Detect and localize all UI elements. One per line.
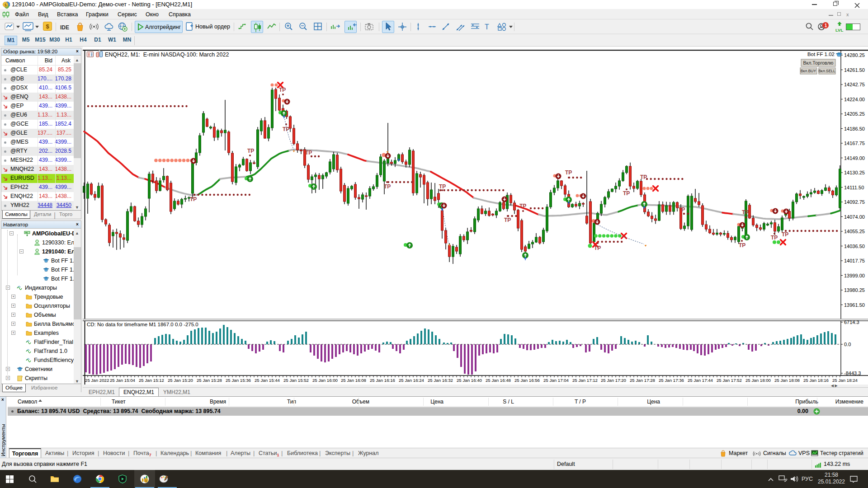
svg-text:TP: TP: [623, 190, 630, 197]
svg-text:25 Jan 18:08: 25 Jan 18:08: [774, 378, 800, 383]
svg-text:25 Jan 16:24: 25 Jan 16:24: [399, 378, 425, 383]
svg-text:25 Jan 18:24: 25 Jan 18:24: [832, 378, 858, 383]
svg-text:Вкл.Торговлю: Вкл.Торговлю: [803, 60, 834, 66]
svg-text:6714.3: 6714.3: [844, 319, 859, 325]
svg-text:TP: TP: [640, 174, 647, 180]
svg-text:25 Jan 2022: 25 Jan 2022: [85, 378, 109, 383]
svg-text:TP: TP: [742, 209, 749, 216]
svg-text:TP: TP: [305, 150, 312, 156]
svg-text:TP: TP: [678, 206, 685, 213]
svg-text:TP: TP: [594, 245, 601, 251]
svg-text:25 Jan 16:56: 25 Jan 16:56: [514, 378, 540, 383]
svg-text:Вкл.BUY: Вкл.BUY: [801, 69, 816, 73]
svg-text:14224.00: 14224.00: [844, 97, 865, 102]
svg-text:1: 1: [825, 23, 827, 28]
svg-text:14205.25: 14205.25: [844, 111, 865, 117]
svg-text:25 Jan 18:16: 25 Jan 18:16: [803, 378, 829, 383]
svg-text:14167.75: 14167.75: [844, 141, 865, 146]
svg-text:0.0: 0.0: [844, 342, 851, 347]
svg-text:25 Jan 15:44: 25 Jan 15:44: [255, 378, 280, 383]
svg-text:14036.50: 14036.50: [844, 244, 865, 249]
svg-text:25 Jan 16:16: 25 Jan 16:16: [370, 378, 395, 383]
svg-text:14092.75: 14092.75: [844, 199, 865, 205]
svg-text:25 Jan 17:28: 25 Jan 17:28: [630, 378, 655, 383]
svg-text:25 Jan 17:04: 25 Jan 17:04: [543, 378, 569, 383]
svg-text:25 Jan 17:52: 25 Jan 17:52: [717, 378, 742, 383]
svg-text:Bot FF 1.02: Bot FF 1.02: [807, 52, 835, 57]
svg-text:14074.00: 14074.00: [844, 214, 865, 220]
svg-text:$: $: [5, 3, 7, 7]
svg-text:25 Jan 18:00: 25 Jan 18:00: [745, 378, 771, 383]
svg-text:25 Jan 15:04: 25 Jan 15:04: [110, 378, 136, 383]
svg-text:-8443.3: -8443.3: [844, 371, 861, 376]
svg-text:14017.75: 14017.75: [844, 258, 865, 263]
svg-text:TP: TP: [782, 231, 788, 238]
svg-text:LVL: LVL: [835, 28, 843, 33]
svg-text:25 Jan 16:00: 25 Jan 16:00: [312, 378, 338, 383]
svg-text:25 Jan 17:12: 25 Jan 17:12: [572, 378, 598, 383]
svg-text:14055.25: 14055.25: [844, 229, 865, 234]
svg-text:TP: TP: [504, 217, 511, 223]
svg-text:TP: TP: [190, 196, 197, 202]
svg-text:25 Jan 17:44: 25 Jan 17:44: [688, 378, 713, 383]
svg-text:13999.00: 13999.00: [844, 273, 865, 278]
svg-text:TP: TP: [439, 183, 446, 190]
svg-text:25 Jan 16:48: 25 Jan 16:48: [486, 378, 511, 383]
svg-text:13961.50: 13961.50: [844, 302, 865, 308]
svg-text:14111.50: 14111.50: [844, 185, 864, 190]
svg-text:TP: TP: [384, 183, 391, 190]
svg-text:TP: TP: [771, 235, 778, 241]
svg-text:ENQH22, M1: E-mini NASDAQ-100: ENQH22, M1: E-mini NASDAQ-100: March 202…: [105, 52, 229, 58]
svg-text:TP: TP: [565, 169, 572, 176]
svg-text:25 Jan 15:36: 25 Jan 15:36: [226, 378, 251, 383]
svg-text:14261.50: 14261.50: [844, 67, 865, 73]
svg-text:Вкл.SELL: Вкл.SELL: [818, 69, 835, 73]
svg-text:25 Jan 15:20: 25 Jan 15:20: [168, 378, 193, 383]
svg-text:25 Jan 15:28: 25 Jan 15:28: [197, 378, 222, 383]
svg-text:TP: TP: [279, 87, 286, 93]
svg-text:25 Jan 17:20: 25 Jan 17:20: [601, 378, 627, 383]
svg-text:TP: TP: [283, 126, 289, 132]
svg-text:25 Jan 17:36: 25 Jan 17:36: [659, 378, 684, 383]
svg-text:25 Jan 16:40: 25 Jan 16:40: [457, 378, 482, 383]
svg-text:25 Jan 15:52: 25 Jan 15:52: [283, 378, 309, 383]
svg-text:14149.00: 14149.00: [844, 155, 865, 161]
svg-text:13980.25: 13980.25: [844, 287, 865, 293]
svg-text:TP: TP: [739, 242, 745, 249]
svg-text:14130.25: 14130.25: [844, 170, 865, 175]
svg-text:25 Jan 15:12: 25 Jan 15:12: [139, 378, 164, 383]
svg-text:14242.75: 14242.75: [844, 82, 865, 87]
svg-text:25 Jan 16:32: 25 Jan 16:32: [428, 378, 453, 383]
svg-text:TP: TP: [247, 148, 254, 154]
svg-text:CD: No data for timeframe M1 1: CD: No data for timeframe M1 1867.0 0.0 …: [87, 322, 198, 327]
svg-text:14280.25: 14280.25: [844, 52, 865, 58]
svg-text:$: $: [145, 479, 147, 483]
svg-text:14186.50: 14186.50: [844, 126, 865, 131]
svg-text:25 Jan 16:08: 25 Jan 16:08: [341, 378, 366, 383]
svg-text:TP: TP: [519, 203, 526, 209]
